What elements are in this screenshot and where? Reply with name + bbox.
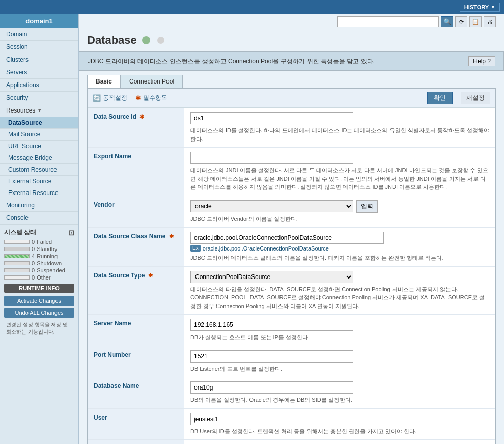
- value-password: 입력 EX {DES}FQrLbQ/D8O1lDVS71L28rw== DB U…: [184, 440, 495, 444]
- desc-data-source-id: 데이터소스의 ID를 설정한다. 하나의 도메인에서 데이터소스 ID는 데이터…: [190, 126, 489, 143]
- form-row-vendor: Vendor oracle mysql mssql db2 입력: [88, 196, 495, 228]
- value-data-source-id: 데이터소스의 ID를 설정한다. 하나의 도메인에서 데이터소스 ID는 데이터…: [184, 108, 495, 147]
- sidebar-item-servers[interactable]: Servers: [0, 66, 78, 79]
- form-row-data-source-type: Data Source Type ✱ ConnectionPoolDataSou…: [88, 267, 495, 315]
- refresh-button[interactable]: ⟳: [455, 16, 467, 27]
- print-button[interactable]: 🖨: [484, 16, 496, 27]
- status-row-standby: 0 Standby: [4, 246, 74, 252]
- sidebar-sub-datasource[interactable]: DataSource: [0, 117, 78, 129]
- input-port-number[interactable]: [190, 350, 353, 363]
- resources-arrow-icon: ▼: [37, 108, 42, 113]
- status-bar-suspended: [4, 268, 30, 272]
- input-server-name[interactable]: [190, 319, 353, 331]
- value-database-name: DB의 이름을 설정한다. Oracle의 경우에는 DB의 SID를 설정한다…: [184, 377, 495, 408]
- input-user[interactable]: [190, 413, 353, 425]
- desc-export-name: 데이터소스의 JNDI 이름을 설정한다. 서로 다른 두 데이터소스가 서로 …: [190, 166, 489, 191]
- status-row-shutdown: 0 Shutdown: [4, 260, 74, 266]
- dynamic-label: 동적설정: [103, 94, 127, 102]
- value-class-name: Ex oracle.jdbc.pool.OracleConnectionPool…: [184, 228, 495, 266]
- desc-port-number: DB Listener의 포트 번호를 설정한다.: [190, 365, 489, 373]
- reset-button[interactable]: 재설정: [461, 92, 490, 104]
- status-row-running: 4 Running: [4, 253, 74, 259]
- status-row-other: 0 Other: [4, 274, 74, 281]
- sidebar-item-console[interactable]: Console: [0, 212, 78, 225]
- desc-vendor: JDBC 드라이버 Vendor의 이름을 설정한다.: [190, 215, 489, 224]
- status-bar-other: [4, 275, 30, 280]
- sidebar-item-domain[interactable]: Domain: [0, 28, 78, 41]
- value-port-number: DB Listener의 포트 번호를 설정한다.: [184, 346, 495, 377]
- desc-server-name: DB가 실행되는 호스트 이름 또는 IP를 설정한다.: [190, 333, 489, 342]
- required-icon: ✱: [135, 94, 141, 102]
- tabs: Basic Connection Pool: [79, 71, 504, 88]
- app-container: HISTORY ▼ domain1 Domain Session Cluster…: [0, 0, 504, 444]
- class-badge: Ex: [190, 245, 201, 252]
- vendor-input-button[interactable]: 입력: [356, 200, 378, 213]
- sidebar-item-session[interactable]: Session: [0, 41, 78, 53]
- label-data-source-id: Data Source Id ✱: [88, 108, 184, 147]
- top-bar: HISTORY ▼: [0, 0, 504, 14]
- form-row-port-number: Port Number DB Listener의 포트 번호를 설정한다.: [88, 346, 495, 378]
- value-export-name: 데이터소스의 JNDI 이름을 설정한다. 서로 다른 두 데이터소스가 서로 …: [184, 148, 495, 196]
- tab-basic[interactable]: Basic: [87, 75, 121, 88]
- page-icon: [142, 36, 150, 44]
- sidebar-sub-external-resource[interactable]: External Resource: [0, 187, 78, 199]
- activate-changes-button[interactable]: Activate Changes: [4, 296, 74, 306]
- label-port-number: Port Number: [88, 346, 184, 377]
- form-row-server-name: Server Name DB가 실행되는 호스트 이름 또는 IP를 설정한다.: [88, 315, 495, 346]
- input-database-name[interactable]: [190, 381, 353, 394]
- history-button[interactable]: HISTORY ▼: [460, 3, 500, 12]
- label-vendor: Vendor: [88, 196, 184, 228]
- system-status-toggle-icon[interactable]: ⊡: [68, 229, 74, 237]
- required-star-4: ✱: [148, 272, 153, 279]
- search-bar: 🔍 ⟳ 📋 🖨: [79, 14, 504, 30]
- data-source-type-select[interactable]: ConnectionPoolDataSource DataSource XADa…: [190, 271, 353, 283]
- search-input[interactable]: [337, 16, 439, 27]
- export-button[interactable]: 📋: [469, 16, 482, 27]
- vendor-select[interactable]: oracle mysql mssql db2: [190, 200, 353, 212]
- desc-database-name: DB의 이름을 설정한다. Oracle의 경우에는 DB의 SID를 설정한다…: [190, 396, 489, 404]
- sidebar-item-applications[interactable]: Applications: [0, 79, 78, 92]
- undo-all-changes-button[interactable]: Undo ALL Changes: [4, 308, 74, 318]
- sidebar-item-security[interactable]: Security: [0, 92, 78, 104]
- page-title: Database: [87, 34, 137, 47]
- domain-title[interactable]: domain1: [0, 14, 78, 28]
- input-class-name[interactable]: [190, 232, 384, 244]
- confirm-button[interactable]: 확인: [427, 92, 453, 104]
- required-item: ✱ 필수항목: [135, 94, 167, 102]
- label-export-name: Export Name: [88, 148, 184, 196]
- sidebar-note: 변경된 설정 항목을 저장 및 최소하는 기능입니다.: [4, 319, 74, 338]
- runtime-info-button[interactable]: RUNTIME INFO: [4, 284, 74, 293]
- label-data-source-type: Data Source Type ✱: [88, 267, 184, 315]
- value-server-name: DB가 실행되는 호스트 이름 또는 IP를 설정한다.: [184, 315, 495, 346]
- sidebar: domain1 Domain Session Clusters Servers …: [0, 14, 79, 444]
- input-data-source-id[interactable]: [190, 112, 353, 124]
- form-row-user: User DB User의 ID를 설정한다. 트랜잭션 처리 등을 위해서는 …: [88, 409, 495, 440]
- form-toolbar: 🔄 동적설정 ✱ 필수항목 확인 재설정: [88, 89, 495, 108]
- status-row-suspended: 0 Suspended: [4, 267, 74, 273]
- required-star-3: ✱: [169, 233, 174, 239]
- dynamic-setting-item: 🔄 동적설정: [93, 94, 127, 102]
- sidebar-item-resources[interactable]: Resources ▼: [0, 104, 78, 117]
- sidebar-sub-custom-resource[interactable]: Custom Resource: [0, 164, 78, 176]
- status-bar-running: [4, 254, 30, 258]
- label-class-name: Data Source Class Name ✱: [88, 228, 184, 266]
- input-export-name[interactable]: [190, 152, 353, 164]
- sidebar-sub-message-bridge[interactable]: Message Bridge: [0, 152, 78, 164]
- sidebar-item-monitoring[interactable]: Monitoring: [0, 199, 78, 212]
- sidebar-sub-mail-source[interactable]: Mail Source: [0, 129, 78, 141]
- sidebar-sub-external-source[interactable]: External Source: [0, 176, 78, 187]
- form-row-class-name: Data Source Class Name ✱ Ex oracle.jdbc.…: [88, 228, 495, 267]
- value-data-source-type: ConnectionPoolDataSource DataSource XADa…: [184, 267, 495, 315]
- value-vendor: oracle mysql mssql db2 입력 JDBC 드라이버 Vend…: [184, 196, 495, 228]
- search-button[interactable]: 🔍: [441, 16, 453, 27]
- system-status-panel: 시스템 상태 ⊡ 0 Failed 0 Standby 4 Running: [0, 225, 78, 341]
- history-label: HISTORY: [464, 4, 489, 10]
- label-database-name: Database Name: [88, 377, 184, 408]
- label-password: Password: [88, 440, 184, 444]
- sidebar-item-clusters[interactable]: Clusters: [0, 53, 78, 66]
- sidebar-sub-url-source[interactable]: URL Source: [0, 141, 78, 152]
- help-button[interactable]: Help ?: [468, 56, 495, 66]
- status-row-failed: 0 Failed: [4, 239, 74, 245]
- vendor-input-row: oracle mysql mssql db2 입력: [190, 200, 489, 213]
- tab-connection-pool[interactable]: Connection Pool: [121, 75, 183, 88]
